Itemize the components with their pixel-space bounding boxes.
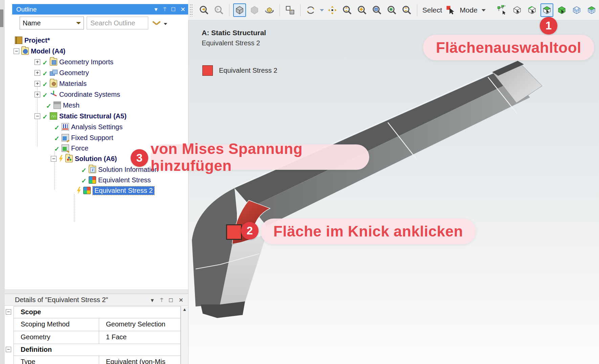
expand-search-chevron-icon[interactable]: [152, 21, 160, 25]
tree-item-geometry[interactable]: +✓Geometry: [5, 68, 89, 78]
pin-icon[interactable]: ⍑: [163, 7, 166, 12]
step-number-1: 1: [546, 19, 552, 32]
property-value[interactable]: Equivalent (von-Mis: [99, 356, 180, 364]
expand-icon[interactable]: +: [35, 81, 40, 87]
expand-icon[interactable]: +: [35, 70, 40, 76]
geometry-imports-icon: [50, 58, 57, 66]
filter-type-combo[interactable]: Name: [20, 17, 84, 29]
outline-panel-header[interactable]: Outline ▼ ⍑ ☐ ✕: [12, 4, 188, 15]
solution-information-icon: [89, 166, 96, 173]
mesh-icon: [53, 101, 61, 109]
property-name: Geometry: [14, 331, 99, 344]
filter-combo-arrow-icon: [76, 22, 81, 24]
outline-panel-title: Outline: [12, 6, 37, 13]
result-legend: Equivalent Stress 2: [202, 65, 277, 76]
tree-item-label[interactable]: Solution Information: [98, 166, 158, 174]
details-pin-icon[interactable]: ⍑: [160, 298, 163, 303]
legend-color-swatch: [202, 65, 213, 76]
tree-item-label[interactable]: Force: [71, 144, 88, 152]
close-icon[interactable]: ✕: [180, 6, 185, 13]
panel-dropdown-icon[interactable]: ▼: [154, 7, 159, 12]
details-dropdown-icon[interactable]: ▼: [150, 298, 155, 303]
tree-item-mesh[interactable]: ✓Mesh: [5, 100, 80, 110]
viewport-analysis-title: A: Static Structural: [202, 29, 266, 37]
section-collapse-icon[interactable]: −: [6, 347, 11, 352]
equivalent-stress-icon: [89, 176, 96, 184]
tree-item-fixed-support[interactable]: ✓Fixed Support: [5, 133, 113, 143]
collapse-icon[interactable]: −: [51, 156, 57, 162]
tree-item-label[interactable]: Analysis Settings: [71, 123, 123, 131]
materials-icon: [50, 80, 57, 87]
status-lightning-icon: [59, 155, 63, 162]
status-check-icon: ✓: [54, 135, 60, 142]
scroll-up-icon[interactable]: ▲: [182, 307, 187, 312]
tree-item-label[interactable]: Coordinate Systems: [59, 91, 120, 98]
details-panel-title: Details of "Equivalent Stress 2": [5, 296, 108, 304]
details-section-definition: −Definition: [14, 344, 181, 356]
tree-item-label[interactable]: Materials: [59, 80, 87, 88]
tree-item-label[interactable]: Model (A4): [31, 47, 65, 55]
expand-icon[interactable]: +: [35, 92, 40, 97]
tree-item-label[interactable]: Solution (A6): [75, 155, 117, 163]
collapse-icon[interactable]: −: [14, 48, 19, 54]
property-value[interactable]: Geometry Selection: [99, 318, 180, 331]
tree-item-project[interactable]: Project*: [5, 35, 50, 45]
section-label: Definition: [14, 344, 52, 356]
annotation-pill-step2: Fläche im Knick anklicken: [261, 219, 476, 244]
details-table: −ScopeScoping MethodGeometry SelectionGe…: [14, 306, 181, 364]
search-input[interactable]: [87, 17, 148, 29]
property-name: Scoping Method: [14, 318, 99, 331]
tree-item-force[interactable]: ✓Force: [5, 143, 88, 153]
coordinate-systems-icon: [50, 91, 57, 98]
tree-item-label[interactable]: Mesh: [63, 101, 80, 109]
details-row-geometry: Geometry1 Face: [14, 331, 181, 344]
tree-item-label[interactable]: Equivalent Stress: [98, 176, 151, 184]
window-edge: [0, 0, 5, 364]
tree-item-model[interactable]: −Model (A4): [5, 46, 65, 56]
expand-icon[interactable]: +: [35, 59, 40, 65]
tree-item-label[interactable]: Fixed Support: [71, 134, 113, 142]
annotation-text-step3: von Mises Spannung hinzufügen: [151, 140, 369, 174]
tree-item-solution[interactable]: −Solution (A6): [5, 154, 117, 164]
annotation-text-step2: Fläche im Knick anklicken: [273, 223, 463, 240]
tree-item-static-structural[interactable]: −✓Static Structural (A5): [5, 111, 127, 121]
status-check-icon: ✓: [42, 91, 48, 99]
status-check-icon: ✓: [54, 145, 60, 153]
project-icon: [15, 37, 22, 44]
details-panel-header[interactable]: Details of "Equivalent Stress 2" ▼ ⍑ ☐ ✕: [5, 294, 188, 306]
viewport-result-name: Equivalent Stress 2: [202, 39, 260, 47]
fixed-support-icon: [62, 134, 69, 141]
status-lightning-icon: [76, 187, 81, 194]
annotation-pill-step1: Flächenauswahltool: [423, 35, 594, 60]
section-label: Scope: [14, 306, 41, 318]
tree-item-label[interactable]: Equivalent Stress 2: [93, 186, 154, 195]
docked-panel-tab[interactable]: [0, 9, 3, 27]
annotation-pill-step3: von Mises Spannung hinzufügen: [151, 144, 369, 170]
model-icon: [21, 47, 29, 55]
details-section-scope: −Scope: [14, 306, 181, 318]
tree-item-solution-information[interactable]: ✓Solution Information: [5, 164, 158, 175]
tree-item-equivalent-stress[interactable]: ✓Equivalent Stress: [5, 175, 151, 185]
maximize-icon[interactable]: ☐: [171, 7, 175, 12]
details-scrollbar[interactable]: ▲: [181, 306, 188, 364]
tree-item-analysis-settings[interactable]: ✓Analysis Settings: [5, 122, 123, 132]
tree-item-coordinate-systems[interactable]: +✓Coordinate Systems: [5, 89, 120, 99]
search-options-arrow-icon[interactable]: [164, 23, 167, 25]
tree-item-equivalent-stress-2[interactable]: Equivalent Stress 2: [5, 185, 154, 196]
tree-item-materials[interactable]: +✓Materials: [5, 78, 87, 89]
tree-item-geometry-imports[interactable]: +✓Geometry Imports: [5, 57, 113, 67]
property-name: Type: [14, 356, 99, 364]
details-panel: Details of "Equivalent Stress 2" ▼ ⍑ ☐ ✕…: [5, 294, 188, 364]
tree-item-label[interactable]: Project*: [24, 37, 50, 44]
collapse-icon[interactable]: −: [35, 113, 40, 119]
selected-face-marker[interactable]: [226, 224, 242, 240]
tree-item-label[interactable]: Static Structural (A5): [59, 112, 127, 120]
property-value[interactable]: 1 Face: [99, 331, 180, 344]
section-collapse-icon[interactable]: −: [6, 309, 11, 315]
tree-item-label[interactable]: Geometry Imports: [59, 58, 113, 66]
details-close-icon[interactable]: ✕: [179, 297, 183, 303]
tree-item-label[interactable]: Geometry: [59, 69, 89, 77]
status-check-icon: ✓: [81, 166, 87, 174]
outline-filter-bar: Name: [12, 15, 188, 31]
details-maximize-icon[interactable]: ☐: [169, 298, 173, 303]
